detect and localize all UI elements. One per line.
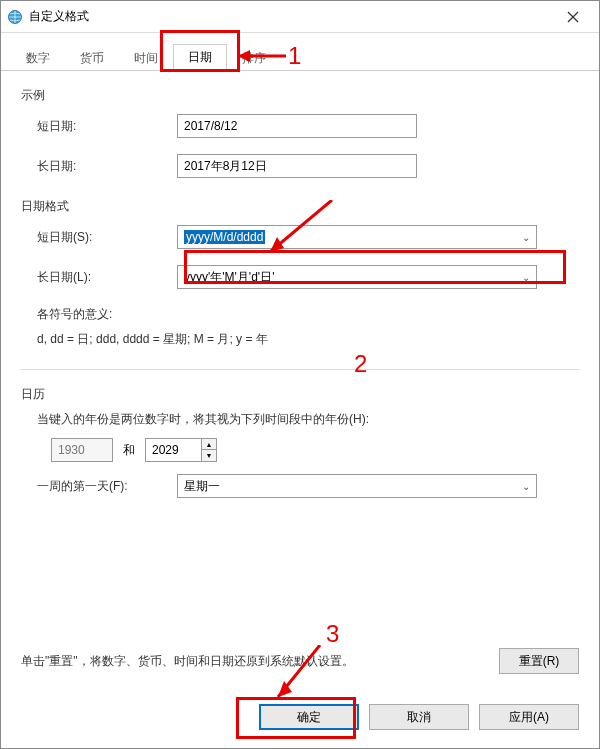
first-day-label: 一周的第一天(F): (37, 478, 177, 495)
reset-button[interactable]: 重置(R) (499, 648, 579, 674)
dialog-button-row: 确定 取消 应用(A) (21, 704, 579, 730)
long-date-format-row: 长日期(L): yyyy'年'M'月'd'日' ⌄ (37, 265, 579, 289)
example-group-title: 示例 (21, 87, 579, 104)
short-date-example-value: 2017/8/12 (177, 114, 417, 138)
short-date-example-label: 短日期: (37, 118, 177, 135)
long-date-example-label: 长日期: (37, 158, 177, 175)
year-to-value: 2029 (146, 443, 201, 457)
year-and-label: 和 (123, 442, 135, 459)
chevron-down-icon: ⌄ (522, 232, 530, 243)
apply-button[interactable]: 应用(A) (479, 704, 579, 730)
titlebar: 自定义格式 (1, 1, 599, 33)
short-date-format-combo[interactable]: yyyy/M/d/dddd ⌄ (177, 225, 537, 249)
dialog-title: 自定义格式 (29, 8, 553, 25)
chevron-down-icon: ⌄ (522, 272, 530, 283)
short-date-format-value: yyyy/M/d/dddd (184, 230, 265, 244)
close-button[interactable] (553, 3, 593, 31)
content-area: 示例 短日期: 2017/8/12 长日期: 2017年8月12日 日期格式 短… (1, 71, 599, 636)
tab-currency[interactable]: 货币 (65, 45, 119, 71)
tabbar: 数字 货币 时间 日期 排序 (1, 33, 599, 71)
calendar-group-title: 日历 (21, 386, 579, 403)
first-day-combo[interactable]: 星期一 ⌄ (177, 474, 537, 498)
first-day-row: 一周的第一天(F): 星期一 ⌄ (37, 474, 579, 498)
reset-description: 单击"重置"，将数字、货币、时间和日期还原到系统默认设置。 (21, 653, 354, 670)
custom-format-dialog: 自定义格式 数字 货币 时间 日期 排序 示例 短日期: 2017/8/12 长… (0, 0, 600, 749)
long-date-example-row: 长日期: 2017年8月12日 (37, 154, 579, 178)
tab-sort[interactable]: 排序 (227, 45, 281, 71)
ok-button[interactable]: 确定 (259, 704, 359, 730)
format-group-title: 日期格式 (21, 198, 579, 215)
format-group: 日期格式 短日期(S): yyyy/M/d/dddd ⌄ 长日期(L): yyy… (21, 198, 579, 349)
divider (21, 369, 579, 370)
year-range-row: 1930 和 2029 ▲ ▼ (51, 438, 579, 462)
globe-icon (7, 9, 23, 25)
short-date-format-row: 短日期(S): yyyy/M/d/dddd ⌄ (37, 225, 579, 249)
two-digit-year-label: 当键入的年份是两位数字时，将其视为下列时间段中的年份(H): (37, 411, 579, 428)
year-to-spinner[interactable]: 2029 ▲ ▼ (145, 438, 217, 462)
long-date-example-value: 2017年8月12日 (177, 154, 417, 178)
footer: 单击"重置"，将数字、货币、时间和日期还原到系统默认设置。 重置(R) 确定 取… (1, 636, 599, 748)
symbol-meaning-label: 各符号的意义: (37, 305, 579, 324)
short-date-format-label: 短日期(S): (37, 229, 177, 246)
long-date-format-combo[interactable]: yyyy'年'M'月'd'日' ⌄ (177, 265, 537, 289)
tab-time[interactable]: 时间 (119, 45, 173, 71)
cancel-button[interactable]: 取消 (369, 704, 469, 730)
reset-row: 单击"重置"，将数字、货币、时间和日期还原到系统默认设置。 重置(R) (21, 648, 579, 674)
long-date-format-value: yyyy'年'M'月'd'日' (184, 269, 274, 286)
symbol-meaning-text: d, dd = 日; ddd, dddd = 星期; M = 月; y = 年 (37, 330, 579, 349)
first-day-value: 星期一 (184, 478, 220, 495)
long-date-format-label: 长日期(L): (37, 269, 177, 286)
calendar-group: 日历 当键入的年份是两位数字时，将其视为下列时间段中的年份(H): 1930 和… (21, 386, 579, 498)
spinner-down-icon[interactable]: ▼ (202, 450, 216, 461)
short-date-example-row: 短日期: 2017/8/12 (37, 114, 579, 138)
chevron-down-icon: ⌄ (522, 481, 530, 492)
tab-date[interactable]: 日期 (173, 44, 227, 71)
spinner-up-icon[interactable]: ▲ (202, 439, 216, 450)
example-group: 示例 短日期: 2017/8/12 长日期: 2017年8月12日 (21, 87, 579, 178)
year-from-input: 1930 (51, 438, 113, 462)
tab-number[interactable]: 数字 (11, 45, 65, 71)
